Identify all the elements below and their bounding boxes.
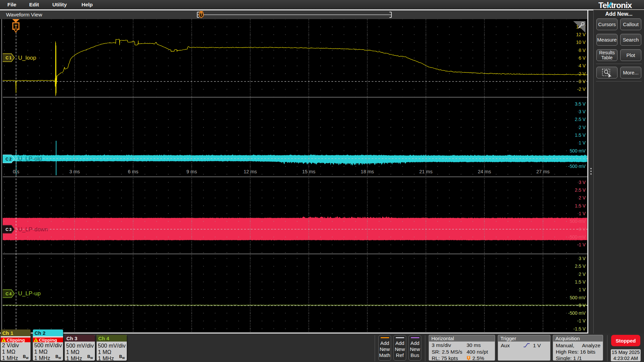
svg-text:0 V: 0 V: [579, 303, 586, 308]
svg-text:500 mV: 500 mV: [570, 219, 586, 224]
svg-text:3: 3: [9, 227, 12, 232]
svg-text:4: 4: [9, 292, 12, 296]
svg-text:T: T: [200, 13, 202, 17]
svg-text:2 V: 2 V: [579, 195, 586, 200]
svg-text:0 V: 0 V: [579, 227, 586, 232]
svg-text:-2 V: -2 V: [577, 87, 586, 92]
svg-text:T: T: [468, 356, 470, 359]
svg-text:-1.5 V: -1.5 V: [573, 326, 586, 331]
svg-text:1.5 V: 1.5 V: [575, 280, 586, 285]
svg-text:24 ms: 24 ms: [478, 169, 491, 174]
svg-text:-1 V: -1 V: [577, 318, 586, 323]
svg-text:12 V: 12 V: [576, 32, 586, 37]
svg-text:27 ms: 27 ms: [536, 169, 550, 174]
svg-text:1.5 V: 1.5 V: [575, 203, 586, 208]
svg-text:3 V: 3 V: [579, 180, 586, 185]
svg-text:15 ms: 15 ms: [302, 169, 316, 174]
svg-text:-1 V: -1 V: [577, 242, 586, 247]
svg-text:2.5 V: 2.5 V: [575, 188, 586, 193]
svg-text:4 V: 4 V: [579, 63, 586, 68]
svg-text:-500 mV: -500 mV: [568, 235, 586, 240]
svg-text:3 V: 3 V: [579, 109, 586, 114]
svg-text:2 V: 2 V: [579, 125, 586, 130]
svg-text:T: T: [14, 24, 17, 29]
svg-text:C: C: [5, 292, 8, 296]
svg-text:500 mV: 500 mV: [570, 295, 586, 300]
svg-text:-500 mV: -500 mV: [568, 164, 586, 169]
svg-text:3 V: 3 V: [579, 256, 586, 261]
svg-text:0 V: 0 V: [579, 156, 586, 161]
svg-text:C: C: [5, 56, 8, 60]
svg-text:8 V: 8 V: [579, 48, 586, 53]
svg-text:2: 2: [9, 157, 12, 162]
svg-text:3 ms: 3 ms: [69, 169, 80, 174]
svg-text:500 mV: 500 mV: [570, 148, 586, 154]
svg-text:18 ms: 18 ms: [361, 169, 374, 174]
svg-text:1 V: 1 V: [579, 140, 586, 145]
svg-text:10 V: 10 V: [576, 40, 586, 45]
svg-text:C: C: [5, 157, 8, 162]
svg-text:2 V: 2 V: [579, 71, 586, 76]
svg-text:21 ms: 21 ms: [419, 169, 433, 174]
svg-text:12 ms: 12 ms: [244, 169, 257, 174]
svg-text:6 ms: 6 ms: [128, 169, 138, 174]
svg-text:3.5 V: 3.5 V: [575, 102, 586, 107]
svg-text:2 V: 2 V: [579, 272, 586, 277]
svg-text:9 ms: 9 ms: [186, 169, 197, 174]
svg-text:0 V: 0 V: [579, 79, 586, 84]
svg-text:2.5 V: 2.5 V: [575, 264, 586, 269]
svg-text:-500 mV: -500 mV: [568, 311, 586, 316]
svg-text:U_LP-down: U_LP-down: [18, 226, 48, 233]
svg-text:C: C: [5, 227, 8, 232]
svg-text:U_LP-up: U_LP-up: [18, 290, 41, 297]
svg-text:1: 1: [9, 56, 12, 60]
svg-text:6 V: 6 V: [579, 56, 586, 61]
svg-text:U_loop: U_loop: [18, 55, 36, 61]
svg-text:1 V: 1 V: [579, 287, 586, 292]
svg-text:2.5 V: 2.5 V: [575, 117, 586, 122]
svg-text:1 V: 1 V: [579, 211, 586, 216]
svg-text:1.5 V: 1.5 V: [575, 133, 586, 138]
svg-text:U_LP-old: U_LP-old: [18, 156, 42, 162]
svg-text:0 s: 0 s: [13, 169, 19, 174]
